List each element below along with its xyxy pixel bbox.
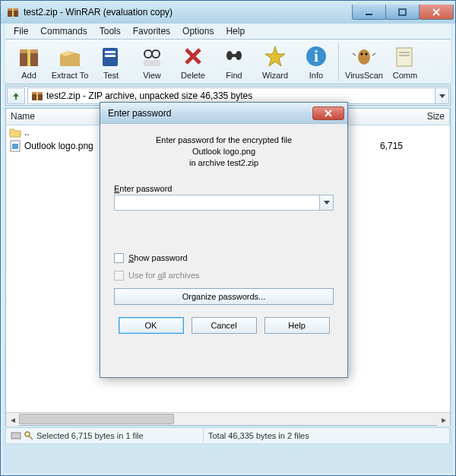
- toolbar-extract-label: Extract To: [52, 71, 89, 80]
- svg-point-16: [236, 51, 242, 60]
- password-dialog: Enter password Enter password for the en…: [100, 102, 348, 378]
- toolbar-wizard[interactable]: Wizard: [255, 40, 296, 82]
- menu-commands[interactable]: Commands: [35, 24, 92, 38]
- chevron-down-icon: [439, 94, 445, 98]
- password-label-text: nter password: [119, 184, 172, 193]
- disk-icon: [11, 431, 21, 440]
- scroll-track[interactable]: [19, 413, 437, 425]
- scroll-right-button[interactable]: ▸: [437, 413, 450, 426]
- dialog-message-line3: in archive test2.zip: [114, 157, 334, 169]
- svg-rect-4: [399, 9, 406, 15]
- svg-rect-10: [105, 55, 116, 57]
- password-input[interactable]: [114, 195, 320, 211]
- window-titlebar[interactable]: test2.zip - WinRAR (evaluation copy): [1, 1, 455, 24]
- address-text: test2.zip - ZIP archive, unpacked size 4…: [46, 90, 252, 101]
- help-button[interactable]: Help: [264, 317, 330, 334]
- status-total-text: Total 46,335 bytes in 2 files: [208, 431, 309, 440]
- menubar: File Commands Tools Favorites Options He…: [5, 24, 451, 40]
- show-password-checkbox[interactable]: [114, 253, 124, 263]
- svg-rect-7: [27, 49, 30, 66]
- svg-rect-14: [144, 60, 160, 66]
- toolbar-add[interactable]: Add: [8, 40, 49, 82]
- status-total: Total 46,335 bytes in 2 files: [204, 428, 450, 443]
- svg-point-22: [366, 53, 368, 56]
- toolbar: Add Extract To Test View Delete Find Wiz…: [5, 40, 451, 84]
- toolbar-view-label: View: [143, 71, 161, 80]
- cancel-button[interactable]: Cancel: [192, 317, 257, 334]
- dialog-title: Enter password: [108, 108, 312, 119]
- winrar-icon: [7, 6, 19, 18]
- status-selection: Selected 6,715 bytes in 1 file: [6, 428, 204, 443]
- show-password-checkbox-row[interactable]: Show password: [114, 253, 334, 263]
- toolbar-virusscan[interactable]: VirusScan: [344, 40, 385, 82]
- window-title: test2.zip - WinRAR (evaluation copy): [24, 7, 353, 17]
- png-file-icon: [9, 140, 21, 152]
- show-password-label: Show password: [128, 253, 188, 262]
- toolbar-view[interactable]: View: [131, 40, 173, 82]
- toolbar-info[interactable]: i Info: [296, 40, 337, 82]
- menu-file[interactable]: File: [8, 24, 33, 38]
- ok-button[interactable]: OK: [119, 317, 184, 334]
- menu-options[interactable]: Options: [177, 24, 219, 38]
- main-window: test2.zip - WinRAR (evaluation copy) Fil…: [0, 0, 456, 476]
- address-dropdown[interactable]: [435, 87, 449, 104]
- svg-rect-25: [397, 48, 412, 66]
- toolbar-delete[interactable]: Delete: [173, 40, 214, 82]
- svg-rect-32: [12, 144, 18, 149]
- svg-point-20: [358, 49, 370, 65]
- toolbar-extract[interactable]: Extract To: [49, 40, 90, 82]
- svg-point-11: [144, 50, 152, 58]
- dialog-close-button[interactable]: [312, 106, 344, 120]
- toolbar-info-label: Info: [309, 71, 323, 80]
- toolbar-find[interactable]: Find: [214, 40, 255, 82]
- close-icon: [324, 109, 333, 117]
- toolbar-virusscan-label: VirusScan: [345, 71, 383, 80]
- dialog-titlebar[interactable]: Enter password: [100, 103, 347, 124]
- horizontal-scrollbar[interactable]: ◂ ▸: [6, 412, 450, 425]
- toolbar-find-label: Find: [226, 71, 242, 80]
- svg-rect-33: [11, 433, 21, 439]
- use-for-all-checkbox: [114, 271, 124, 281]
- dialog-message: Enter password for the encrypted file Ou…: [114, 135, 334, 169]
- password-dropdown-button[interactable]: [320, 195, 334, 211]
- use-for-all-label: Use for all archives: [128, 271, 200, 280]
- dialog-message-line2: Outlook logo.png: [114, 146, 334, 157]
- password-label: Enter password: [114, 184, 334, 193]
- scroll-left-button[interactable]: ◂: [6, 413, 19, 426]
- svg-line-35: [29, 436, 33, 440]
- toolbar-wizard-label: Wizard: [262, 71, 288, 80]
- maximize-button[interactable]: [385, 5, 420, 20]
- key-icon: [24, 431, 33, 440]
- status-selection-text: Selected 6,715 bytes in 1 file: [36, 431, 144, 440]
- dialog-body: Enter password for the encrypted file Ou…: [100, 124, 347, 341]
- toolbar-test[interactable]: Test: [90, 40, 131, 82]
- svg-rect-3: [366, 14, 372, 15]
- svg-rect-9: [105, 51, 116, 53]
- dialog-message-line1: Enter password for the encrypted file: [114, 135, 334, 146]
- toolbar-delete-label: Delete: [181, 71, 205, 80]
- chevron-down-icon: [324, 201, 330, 205]
- toolbar-comment-label: Comm: [393, 71, 417, 80]
- use-for-all-checkbox-row: Use for all archives: [114, 271, 334, 281]
- menu-favorites[interactable]: Favorites: [128, 24, 176, 38]
- svg-point-15: [226, 51, 233, 60]
- svg-point-21: [361, 53, 363, 56]
- toolbar-separator: [338, 43, 342, 81]
- svg-rect-2: [12, 8, 14, 17]
- toolbar-comment[interactable]: Comm: [385, 40, 426, 82]
- svg-point-12: [152, 50, 160, 58]
- minimize-button[interactable]: [352, 5, 386, 20]
- go-up-button[interactable]: [7, 87, 25, 104]
- svg-line-24: [372, 53, 375, 56]
- svg-line-23: [353, 53, 356, 56]
- scroll-thumb[interactable]: [19, 414, 174, 424]
- menu-tools[interactable]: Tools: [94, 24, 126, 38]
- up-arrow-icon: [11, 90, 21, 101]
- folder-up-icon: [9, 126, 21, 138]
- close-button[interactable]: [419, 5, 454, 20]
- toolbar-test-label: Test: [103, 71, 119, 80]
- svg-rect-30: [36, 92, 38, 100]
- menu-help[interactable]: Help: [220, 24, 250, 38]
- organize-passwords-button[interactable]: Organize passwords...: [114, 288, 334, 305]
- svg-text:i: i: [314, 48, 318, 65]
